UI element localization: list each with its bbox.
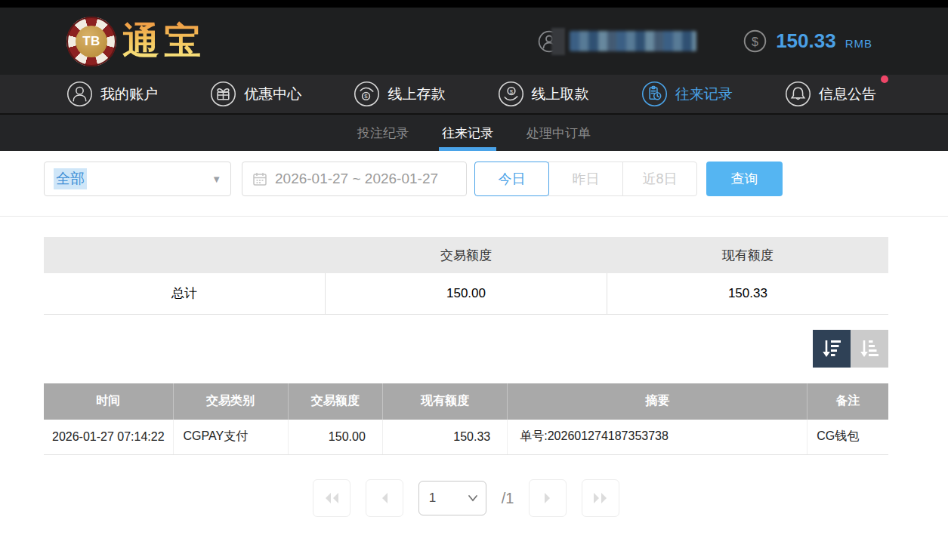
user-icon	[66, 81, 93, 107]
sort-descending-button[interactable]	[813, 330, 851, 368]
nav-item-my-account[interactable]: 我的账户	[66, 81, 158, 107]
double-arrow-right-icon	[591, 491, 610, 505]
record-amount: 150.00	[288, 420, 382, 455]
brand-name: 通宝	[122, 17, 205, 66]
balance-amount: 150.33	[776, 29, 836, 53]
filter-row: 全部 ▼ 2026-01-27 ~ 2026-01-27 今日 昨日 近8日 查…	[44, 162, 888, 196]
username-redacted	[570, 31, 696, 51]
next-page-button[interactable]	[529, 479, 567, 517]
quick-button-last-8-days[interactable]: 近8日	[622, 162, 697, 196]
nav-item-deposit[interactable]: $ 线上存款	[354, 81, 445, 107]
record-type: CGPAY支付	[173, 420, 288, 455]
records-header-row: 时间 交易类别 交易额度 现有额度 摘要 备注	[44, 383, 888, 420]
summary-header-empty	[44, 237, 326, 273]
summary-trade-amount: 150.00	[326, 273, 607, 314]
site-header: TB 通宝 $ 150.33 RMB	[0, 8, 948, 75]
user-account[interactable]	[538, 28, 696, 55]
summary-total-label: 总计	[44, 273, 326, 314]
records-header-summary: 摘要	[508, 383, 807, 420]
first-page-button[interactable]	[313, 479, 350, 517]
calendar-icon	[252, 171, 267, 186]
balance-currency: RMB	[845, 37, 872, 50]
nav-label: 线上存款	[388, 85, 445, 104]
tab-pending-orders[interactable]: 处理中订单	[523, 115, 594, 151]
svg-text:$: $	[752, 35, 758, 48]
category-dropdown[interactable]: 全部 ▼	[44, 162, 231, 196]
sort-ascending-button[interactable]	[851, 330, 888, 368]
arrow-left-icon	[379, 491, 390, 505]
arrow-right-icon	[542, 491, 553, 505]
brand-logo[interactable]: TB 通宝	[66, 17, 205, 66]
bell-icon	[785, 81, 811, 107]
dollar-coin-icon: $	[743, 29, 767, 53]
deposit-icon: $	[354, 81, 380, 107]
date-range-value: 2026-01-27 ~ 2026-01-27	[275, 171, 438, 187]
last-page-button[interactable]	[582, 479, 619, 517]
section-divider	[0, 216, 948, 217]
record-time: 2026-01-27 07:14:22	[44, 420, 173, 455]
main-nav: 我的账户 优惠中心 $ 线上存款 $ 线上取款	[0, 75, 948, 113]
pagination: 1 /1	[44, 479, 888, 517]
records-header-note: 备注	[807, 383, 888, 420]
records-header-amount: 交易额度	[288, 383, 382, 420]
record-note: CG钱包	[807, 420, 888, 455]
records-header-type: 交易类别	[173, 383, 288, 420]
record-balance: 150.33	[382, 420, 507, 455]
withdraw-icon: $	[498, 81, 524, 107]
main-content: 全部 ▼ 2026-01-27 ~ 2026-01-27 今日 昨日 近8日 查…	[44, 162, 888, 517]
sub-tab-bar: 投注纪录 往来记录 处理中订单	[0, 113, 948, 151]
notification-dot	[881, 75, 888, 83]
tab-transaction-records[interactable]: 往来记录	[439, 115, 496, 151]
poker-chip-icon: TB	[66, 17, 116, 66]
summary-total-row: 总计 150.00 150.33	[44, 273, 888, 314]
summary-table: 交易额度 现有额度 总计 150.00 150.33	[44, 237, 888, 315]
double-arrow-left-icon	[323, 491, 341, 505]
nav-item-announcements[interactable]: 信息公告	[785, 81, 876, 107]
balance-display[interactable]: $ 150.33 RMB	[743, 29, 872, 53]
sort-descending-icon	[820, 337, 843, 360]
quick-date-group: 今日 昨日 近8日	[474, 162, 697, 196]
gift-icon	[210, 81, 236, 107]
query-button[interactable]: 查询	[706, 162, 783, 196]
chevron-down-icon: ▼	[212, 174, 221, 185]
records-icon	[641, 81, 668, 107]
svg-text:$: $	[365, 93, 369, 100]
records-header-time: 时间	[44, 383, 173, 420]
summary-current-balance: 150.33	[607, 273, 888, 314]
summary-header-trade-amount: 交易额度	[326, 237, 607, 273]
records-header-balance: 现有额度	[382, 383, 507, 420]
record-summary: 单号:202601274187353738	[508, 420, 807, 455]
page-select-value: 1	[429, 491, 436, 506]
tab-betting-records[interactable]: 投注纪录	[354, 115, 412, 151]
prev-page-button[interactable]	[366, 479, 403, 517]
nav-label: 往来记录	[675, 85, 733, 104]
summary-header-current-balance: 现有额度	[607, 237, 888, 273]
username-blur-smudge	[551, 28, 565, 55]
quick-button-today[interactable]: 今日	[474, 162, 549, 196]
top-strip	[0, 0, 948, 8]
nav-item-transaction-records[interactable]: 往来记录	[641, 81, 733, 107]
table-row: 2026-01-27 07:14:22 CGPAY支付 150.00 150.3…	[44, 420, 888, 455]
quick-button-yesterday[interactable]: 昨日	[548, 162, 623, 196]
svg-text:$: $	[509, 88, 513, 95]
nav-label: 优惠中心	[244, 85, 301, 104]
nav-label: 信息公告	[819, 85, 876, 104]
chevron-down-icon	[468, 494, 478, 502]
nav-item-promotions[interactable]: 优惠中心	[210, 81, 301, 107]
page-total-label: /1	[502, 490, 514, 507]
sort-controls	[44, 330, 888, 368]
nav-label: 线上取款	[532, 85, 589, 104]
category-dropdown-value: 全部	[54, 168, 87, 189]
chip-label: TB	[76, 26, 107, 57]
sort-ascending-icon	[858, 337, 881, 360]
page-select[interactable]: 1	[418, 481, 486, 515]
nav-item-withdraw[interactable]: $ 线上取款	[498, 81, 589, 107]
records-table: 时间 交易类别 交易额度 现有额度 摘要 备注 2026-01-27 07:14…	[44, 383, 888, 456]
date-range-input[interactable]: 2026-01-27 ~ 2026-01-27	[242, 162, 467, 196]
nav-label: 我的账户	[100, 85, 158, 104]
